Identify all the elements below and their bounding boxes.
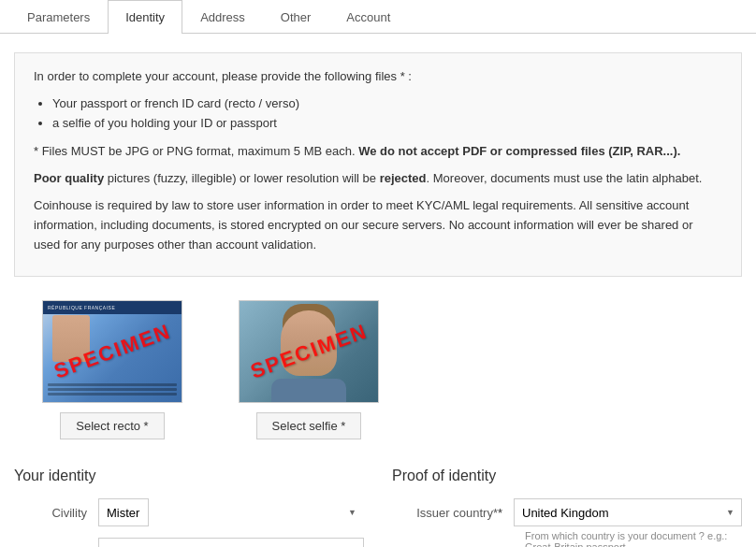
tab-identity[interactable]: Identity [108,0,182,34]
issuer-country-label: Issuer country* [392,506,514,520]
civility-label: Civility [14,506,98,520]
select-selfie-button[interactable]: Select selfie * [256,412,362,439]
issuer-country-select[interactable]: United Kingdom France Germany Spain [514,498,742,526]
civility-select[interactable]: Mister Miss Mrs [98,498,149,526]
tab-address[interactable]: Address [182,0,263,34]
id-lines [48,383,177,397]
info-note-1: * Files MUST be JPG or PNG format, maxim… [34,142,722,162]
proof-column: Proof of identity Issuer country* United… [392,468,742,547]
upload-selfie: SPECIMEN Select selfie * [239,300,379,439]
civility-group: Civility Mister Miss Mrs [14,498,364,526]
tab-other[interactable]: Other [263,0,329,34]
info-list: Your passport or french ID card (recto /… [52,94,722,134]
selfie-shoulders [271,379,346,402]
civility-select-wrapper: Mister Miss Mrs [98,498,364,526]
form-section: Your identity Civility Mister Miss Mrs P… [14,468,742,547]
info-rejected-label: rejected [380,171,427,185]
issuer-hint: From which country is your document ? e.… [525,530,742,547]
tab-bar: Parameters Identity Address Other Accoun… [0,0,756,34]
tab-account[interactable]: Account [328,0,408,34]
info-note-1-bold: We do not accept PDF or compressed files… [356,144,681,158]
info-note-1-normal: * Files MUST be JPG or PNG format, maxim… [34,144,356,158]
upload-recto: RÉPUBLIQUE FRANÇAISE SPECIMEN Select rec… [42,300,182,439]
issuer-country-select-wrapper: United Kingdom France Germany Spain [514,498,742,526]
info-bullet-1: Your passport or french ID card (recto /… [52,94,722,114]
id-line-3 [48,393,177,396]
prenom-group: Prénom [14,538,364,547]
issuer-country-group: Issuer country* United Kingdom France Ge… [392,498,742,526]
info-box: In order to complete your account, pleas… [14,52,742,277]
info-legal: Coinhouse is required by law to store us… [34,196,722,254]
info-intro: In order to complete your account, pleas… [34,67,722,87]
upload-section: RÉPUBLIQUE FRANÇAISE SPECIMEN Select rec… [14,300,742,439]
id-header: RÉPUBLIQUE FRANÇAISE [43,301,182,314]
info-quality-label: Poor quality [34,171,104,185]
tab-parameters[interactable]: Parameters [9,0,108,34]
id-card-preview: RÉPUBLIQUE FRANÇAISE SPECIMEN [42,300,182,403]
id-header-text: RÉPUBLIQUE FRANÇAISE [48,305,115,310]
info-note-2-middle: pictures (fuzzy, illegible) or lower res… [104,171,380,185]
select-recto-button[interactable]: Select recto * [60,412,164,439]
proof-title: Proof of identity [392,468,742,484]
identity-column: Your identity Civility Mister Miss Mrs P… [14,468,364,547]
selfie-preview: SPECIMEN [239,300,379,403]
prenom-input[interactable] [98,538,364,547]
info-note-2: Poor quality pictures (fuzzy, illegible)… [34,169,722,189]
info-note-2-end: . Moreover, documents must use the latin… [427,171,703,185]
identity-title: Your identity [14,468,364,484]
main-content: In order to complete your account, pleas… [0,34,756,547]
id-line-1 [48,383,177,386]
info-bullet-2: a selfie of you holding your ID or passp… [52,114,722,134]
id-line-2 [48,388,177,391]
